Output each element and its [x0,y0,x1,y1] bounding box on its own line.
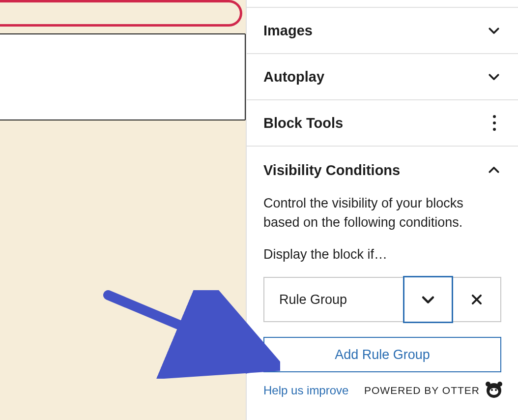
chevron-down-icon [420,291,436,308]
powered-by-text: POWERED BY OTTER [364,385,480,396]
visibility-panel-content: Control the visibility of your blocks ba… [247,194,518,410]
kebab-menu-icon[interactable] [488,112,501,134]
panel-label-block-tools: Block Tools [263,115,343,131]
help-us-improve-link[interactable]: Help us improve [263,384,348,397]
selected-block-outline[interactable] [0,0,242,27]
add-rule-group-button[interactable]: Add Rule Group [263,337,501,372]
editor-canvas [0,0,246,420]
inspector-sidebar: Images Autoplay Block Tools Visibility C… [246,0,518,420]
chevron-up-icon [487,163,501,178]
rule-group-label: Rule Group [279,292,347,307]
panel-label-autoplay: Autoplay [263,69,324,85]
panel-visibility-conditions[interactable]: Visibility Conditions [247,147,518,194]
panel-divider-top [247,0,518,8]
panel-label-visibility: Visibility Conditions [263,162,400,179]
chevron-down-icon [487,23,501,38]
editor-block[interactable] [0,33,246,120]
close-icon [470,293,484,306]
rule-group-remove-button[interactable] [453,277,501,322]
chevron-down-icon [487,69,501,84]
panel-images[interactable]: Images [247,8,518,54]
rule-group-select[interactable]: Rule Group [263,277,404,322]
otter-icon [487,383,501,398]
panel-autoplay[interactable]: Autoplay [247,54,518,100]
add-rule-group-label: Add Rule Group [335,347,430,362]
visibility-footer: Help us improve POWERED BY OTTER [263,383,501,398]
rule-group-expand-button[interactable] [403,276,453,323]
panel-label-images: Images [263,23,313,39]
panel-block-tools[interactable]: Block Tools [247,100,518,147]
rule-group-row: Rule Group [263,277,501,322]
visibility-subhead: Display the block if… [263,247,501,262]
powered-by-otter: POWERED BY OTTER [364,383,501,398]
visibility-description: Control the visibility of your blocks ba… [263,194,501,232]
